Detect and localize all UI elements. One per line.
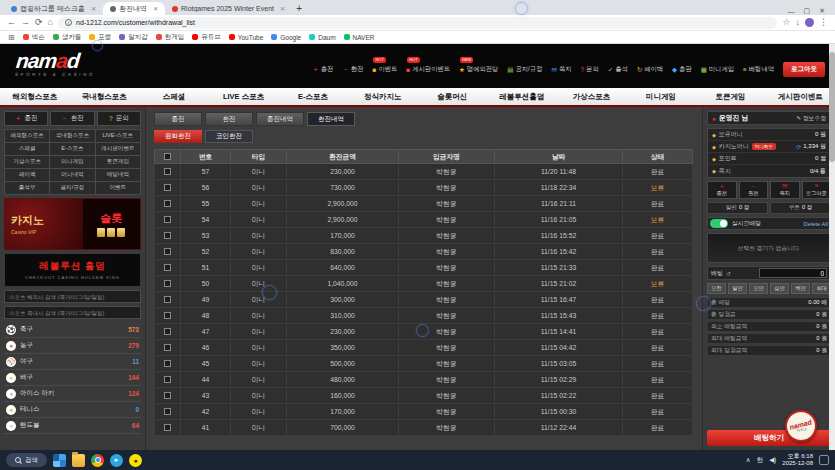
row-checkbox[interactable] <box>164 344 171 351</box>
bet-amount-input[interactable] <box>759 268 827 278</box>
site-info-icon[interactable]: i <box>65 19 72 26</box>
money-row-badge[interactable]: 머니회수 <box>752 143 776 150</box>
row-checkbox[interactable] <box>164 200 171 207</box>
sport-item[interactable]: ⚽축구573 <box>4 322 141 338</box>
nav-item[interactable]: 정식카지노 <box>348 88 418 105</box>
taskbar-clock[interactable]: 오후 6:18 2025-12-08 <box>782 453 813 467</box>
sidebar-menu-item[interactable]: 공지/규정 <box>50 182 94 194</box>
bookmark-item[interactable]: 포랭 <box>89 33 111 42</box>
bookmark-item[interactable]: NAVER <box>344 34 375 41</box>
sidebar-menu-item[interactable]: 페이백 <box>5 169 49 181</box>
header-menu-item[interactable]: ✓출석 <box>608 65 628 74</box>
browser-tab[interactable]: 캡핑하그룹 매스크홈✕ <box>4 2 103 15</box>
bet-reset-icon[interactable]: ↺ <box>726 270 731 277</box>
sidebar-menu-item[interactable]: LIVE-스포츠 <box>96 130 140 142</box>
header-menu-item[interactable]: ▤공지/규정 <box>507 65 542 74</box>
profile-avatar[interactable] <box>805 18 814 27</box>
live-odds-toggle[interactable] <box>710 219 728 228</box>
sidebar-menu-item[interactable]: 출석부 <box>5 182 49 194</box>
edit-profile-link[interactable]: ✎ 정보수정 <box>796 114 826 123</box>
nav-item[interactable]: E-스포츠 <box>278 88 348 105</box>
quick-button-문의[interactable]: ?문의 <box>97 111 141 126</box>
bookmark-star-icon[interactable]: ☆ <box>782 18 790 27</box>
widgets-icon[interactable] <box>53 454 66 467</box>
row-checkbox[interactable] <box>164 232 171 239</box>
sport-item[interactable]: ●핸드볼64 <box>4 418 141 434</box>
sidebar-menu-item[interactable]: 해외형스포츠 <box>5 130 49 142</box>
volume-icon[interactable]: ◀) <box>769 456 776 464</box>
sport-item[interactable]: ●테니스0 <box>4 402 141 418</box>
sidebar-menu-item[interactable]: 토큰게임 <box>96 156 140 168</box>
amount-button-일만[interactable]: 일만 <box>728 283 747 294</box>
row-checkbox[interactable] <box>164 408 171 415</box>
row-checkbox[interactable] <box>164 168 171 175</box>
row-checkbox[interactable] <box>164 424 171 431</box>
subtab-코인환전[interactable]: 코인환전 <box>205 130 253 143</box>
subtab-원화환전[interactable]: 원화환전 <box>154 130 202 143</box>
sports-domestic-search-input[interactable] <box>4 306 141 319</box>
new-tab-button[interactable]: + <box>292 2 306 15</box>
sidebar-menu-item[interactable]: 국내형스포츠 <box>50 130 94 142</box>
header-menu-item[interactable]: HOT■게시판이벤트 <box>406 65 450 74</box>
refresh-icon[interactable]: ⟳ <box>796 143 801 150</box>
file-explorer-icon[interactable] <box>72 454 85 467</box>
amount-button-백만[interactable]: 백만 <box>791 283 810 294</box>
nav-item[interactable]: 미니게임 <box>626 88 696 105</box>
tab-close-icon[interactable]: ✕ <box>91 5 96 12</box>
nav-item[interactable]: 가상스포츠 <box>557 88 627 105</box>
sidebar-menu-item[interactable]: 배팅내역 <box>96 169 140 181</box>
bookmark-item[interactable]: YouTube <box>229 34 264 41</box>
minimize-button[interactable]: — <box>788 8 795 15</box>
nav-item[interactable]: 국내형스포츠 <box>70 88 140 105</box>
panel-button-충전[interactable]: ＋충전 <box>707 181 737 199</box>
panel-button-환전[interactable]: －환전 <box>739 181 769 199</box>
sidebar-menu-item[interactable]: 게시판이벤트 <box>96 143 140 155</box>
row-checkbox[interactable] <box>164 360 171 367</box>
sidebar-menu-item[interactable]: 머니내역 <box>50 169 94 181</box>
bookmark-item[interactable]: 유튜브 <box>192 33 221 42</box>
header-menu-item[interactable]: ≡베팅내역 <box>743 65 774 74</box>
row-checkbox[interactable] <box>164 312 171 319</box>
sport-item[interactable]: ⚾야구11 <box>4 354 141 370</box>
amount-button-십만[interactable]: 십만 <box>770 283 789 294</box>
holdem-banner[interactable]: 레볼루션 홀덤 CHECKOUT CASINO HOLDEM KING <box>4 253 141 287</box>
reload-icon[interactable]: ⟳ <box>35 18 43 27</box>
kakao-icon[interactable]: ● <box>129 454 142 467</box>
nav-item[interactable]: 슬롯머신 <box>417 88 487 105</box>
sidebar-menu-item[interactable]: 미니게임 <box>50 156 94 168</box>
ime-language-indicator[interactable]: 한 <box>757 456 764 465</box>
download-icon[interactable]: ↓ <box>796 18 801 27</box>
header-menu-item[interactable]: ◆총판 <box>672 65 692 74</box>
quick-button-환전[interactable]: －환전 <box>50 111 94 126</box>
page-scrollbar[interactable] <box>829 44 835 450</box>
panel-button-로그아웃[interactable]: »로그아웃 <box>802 181 832 199</box>
row-checkbox[interactable] <box>164 264 171 271</box>
bookmark-item[interactable]: 생카들 <box>53 33 82 42</box>
nav-item[interactable]: 게시판이벤트 <box>765 88 835 105</box>
row-checkbox[interactable] <box>164 328 171 335</box>
nav-item[interactable]: 해외형스포츠 <box>0 88 70 105</box>
row-checkbox[interactable] <box>164 216 171 223</box>
panel-button-쪽지[interactable]: ✉쪽지 <box>770 181 800 199</box>
tab-close-icon[interactable]: ✕ <box>153 5 158 12</box>
tab-충전내역[interactable]: 충전내역 <box>256 112 304 126</box>
header-menu-item[interactable]: ↻페이백 <box>637 65 663 74</box>
row-checkbox[interactable] <box>164 392 171 399</box>
chrome-icon[interactable] <box>91 454 104 467</box>
nav-item[interactable]: 토큰게임 <box>696 88 766 105</box>
tray-chevron-icon[interactable]: ∧ <box>746 456 751 464</box>
sport-item[interactable]: ●배구144 <box>4 370 141 386</box>
header-menu-item[interactable]: ▦미니게임 <box>701 65 734 74</box>
header-menu-item[interactable]: ＋충전 <box>312 65 333 74</box>
sports-intl-search-input[interactable] <box>4 290 141 303</box>
tab-충전[interactable]: 충전 <box>154 112 202 126</box>
nav-item[interactable]: 스페셜 <box>139 88 209 105</box>
nav-item[interactable]: LIVE 스포츠 <box>209 88 279 105</box>
delete-all-link[interactable]: Delete All <box>804 221 829 227</box>
site-logo[interactable]: namad SPORTS & CASINO <box>15 50 98 77</box>
amount-button-오만[interactable]: 오만 <box>749 283 768 294</box>
amount-button-오천[interactable]: 오천 <box>707 283 726 294</box>
telegram-icon[interactable]: ▸ <box>110 454 123 467</box>
header-menu-item[interactable]: ✉쪽지 <box>551 65 571 74</box>
sidebar-menu-item[interactable]: 이벤트 <box>96 182 140 194</box>
